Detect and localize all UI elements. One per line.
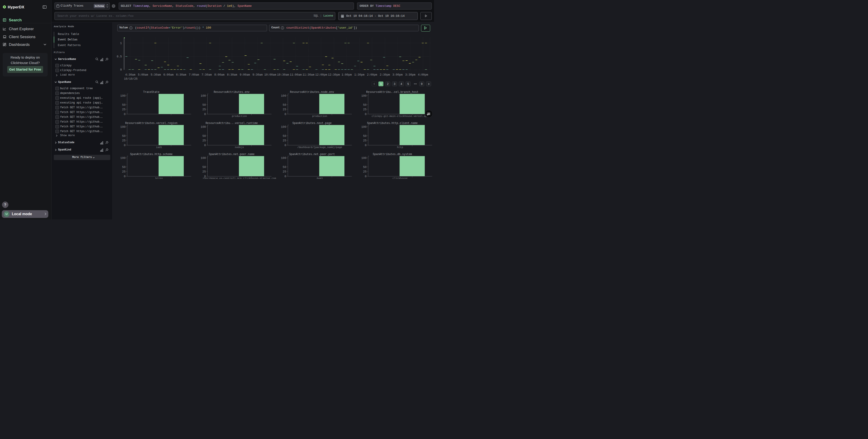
svg-text:clickhouse: clickhouse xyxy=(393,177,407,179)
svg-text:25: 25 xyxy=(363,139,367,142)
svg-text:clickpy-git-main-clickhouse.ve: clickpy-git-main-clickhouse.vercel.app xyxy=(371,115,428,118)
svg-text:50: 50 xyxy=(122,166,125,169)
svg-text:http: http xyxy=(397,146,403,149)
svg-text:9:00am: 9:00am xyxy=(240,73,250,77)
svg-text:50: 50 xyxy=(283,103,286,107)
svg-text:100: 100 xyxy=(281,156,286,160)
svg-text:11:00am: 11:00am xyxy=(290,73,302,77)
svg-text:50: 50 xyxy=(202,135,206,138)
svg-text:0: 0 xyxy=(365,144,366,147)
svg-text:SpanAttributes.net.peer.name: SpanAttributes.net.peer.name xyxy=(209,153,254,156)
svg-text:0: 0 xyxy=(284,175,286,178)
svg-text:7:00am: 7:00am xyxy=(189,73,199,77)
svg-text:0: 0 xyxy=(284,113,286,116)
svg-text:100: 100 xyxy=(281,94,286,97)
svg-text:ResourceAttributes.node.env: ResourceAttributes.node.env xyxy=(290,91,334,94)
svg-text:9:30am: 9:30am xyxy=(252,73,263,77)
svg-text:0: 0 xyxy=(365,175,366,178)
svg-text:50: 50 xyxy=(202,103,206,107)
svg-text:100: 100 xyxy=(361,156,366,160)
svg-text:0: 0 xyxy=(124,113,125,116)
svg-text:0: 0 xyxy=(284,144,286,147)
svg-text:TraceState: TraceState xyxy=(143,91,159,94)
svg-text:100: 100 xyxy=(200,125,206,129)
svg-text:100: 100 xyxy=(281,125,286,129)
svg-text:ResourceAttribu..cel.branch_ho: ResourceAttribu..cel.branch_host xyxy=(366,91,418,94)
svg-text:nodejs: nodejs xyxy=(235,146,244,149)
svg-text:8443: 8443 xyxy=(316,177,322,179)
svg-text:25: 25 xyxy=(122,108,125,111)
svg-text:100: 100 xyxy=(361,125,366,129)
svg-text:50: 50 xyxy=(363,103,367,107)
svg-text:3:30pm: 3:30pm xyxy=(405,73,415,77)
svg-text:SpanAttributes.http.client.nam: SpanAttributes.http.client.name xyxy=(367,122,417,125)
svg-text:100: 100 xyxy=(200,156,206,160)
svg-text:4:30am: 4:30am xyxy=(125,73,135,77)
svg-text:100: 100 xyxy=(200,94,206,97)
svg-text:100: 100 xyxy=(120,156,125,160)
svg-text:ResourceAttribu...vercel.runti: ResourceAttribu...vercel.runtime xyxy=(205,122,257,125)
svg-text:100: 100 xyxy=(120,94,125,97)
svg-text:production: production xyxy=(232,115,247,118)
svg-text:0: 0 xyxy=(365,113,366,116)
svg-text:100: 100 xyxy=(120,125,125,129)
svg-text:10/10/25: 10/10/25 xyxy=(124,78,138,81)
svg-text:100: 100 xyxy=(361,94,366,97)
svg-text:50: 50 xyxy=(202,166,206,169)
svg-text:1: 1 xyxy=(120,42,122,45)
svg-text:25: 25 xyxy=(202,170,206,173)
svg-text:4:00pm: 4:00pm xyxy=(418,73,428,77)
svg-text:3:00pm: 3:00pm xyxy=(393,73,403,77)
svg-text:50: 50 xyxy=(363,166,367,169)
svg-text:25: 25 xyxy=(283,139,286,142)
svg-text:ResourceAttributes.env: ResourceAttributes.env xyxy=(214,91,249,94)
svg-text:iad1: iad1 xyxy=(156,146,162,149)
svg-text:SpanAttributes.db.system: SpanAttributes.db.system xyxy=(373,153,412,156)
svg-text:6:30am: 6:30am xyxy=(176,73,186,77)
svg-text:2:00pm: 2:00pm xyxy=(367,73,377,77)
svg-text:production: production xyxy=(312,115,327,118)
svg-text:SpanAttributes.next.page: SpanAttributes.next.page xyxy=(292,122,332,125)
svg-text:0: 0 xyxy=(124,175,125,178)
svg-text:ResourceAttributes.vercel.regi: ResourceAttributes.vercel.region xyxy=(125,122,177,125)
svg-text:0: 0 xyxy=(120,68,122,71)
svg-text:0: 0 xyxy=(124,144,125,147)
svg-text:7:30am: 7:30am xyxy=(202,73,212,77)
svg-text:25: 25 xyxy=(283,108,286,111)
svg-text:/dashboard/[package_name]/page: /dashboard/[package_name]/page xyxy=(297,146,342,149)
svg-text:12:00pm: 12:00pm xyxy=(315,73,327,77)
svg-text:25: 25 xyxy=(202,108,206,111)
svg-text:11:30am: 11:30am xyxy=(302,73,314,77)
svg-text:10:30am: 10:30am xyxy=(277,73,289,77)
svg-text:0: 0 xyxy=(204,144,206,147)
svg-text:8:30am: 8:30am xyxy=(227,73,237,77)
svg-text:10:00am: 10:00am xyxy=(264,73,276,77)
svg-text:6:00am: 6:00am xyxy=(163,73,174,77)
svg-text:https: https xyxy=(155,177,163,179)
svg-text:25: 25 xyxy=(283,170,286,173)
svg-text:1:00pm: 1:00pm xyxy=(341,73,352,77)
svg-text:25: 25 xyxy=(122,170,125,173)
svg-text:50: 50 xyxy=(363,135,367,138)
svg-text:5:00am: 5:00am xyxy=(138,73,148,77)
svg-text:25: 25 xyxy=(363,108,367,111)
svg-text:0.5: 0.5 xyxy=(117,55,122,58)
svg-text:25: 25 xyxy=(363,170,367,173)
svg-text:50: 50 xyxy=(283,166,286,169)
svg-text:50: 50 xyxy=(122,103,125,107)
svg-text:SpanAttributes.http.scheme: SpanAttributes.http.scheme xyxy=(130,153,173,156)
svg-text:5:30am: 5:30am xyxy=(151,73,161,77)
svg-text:1:30pm: 1:30pm xyxy=(354,73,364,77)
svg-text:z5prz9ggc4.us-central1.gcp.cli: z5prz9ggc4.us-central1.gcp.clickhouse-st… xyxy=(203,177,276,179)
svg-text:8:00am: 8:00am xyxy=(214,73,224,77)
svg-text:2:30pm: 2:30pm xyxy=(380,73,390,77)
svg-text:50: 50 xyxy=(283,135,286,138)
svg-text:25: 25 xyxy=(122,139,125,142)
svg-text:25: 25 xyxy=(202,139,206,142)
svg-text:0: 0 xyxy=(204,113,206,116)
svg-text:50: 50 xyxy=(122,135,125,138)
svg-text:12:30pm: 12:30pm xyxy=(328,73,340,77)
svg-text:SpanAttributes.net.peer.port: SpanAttributes.net.peer.port xyxy=(289,153,335,156)
